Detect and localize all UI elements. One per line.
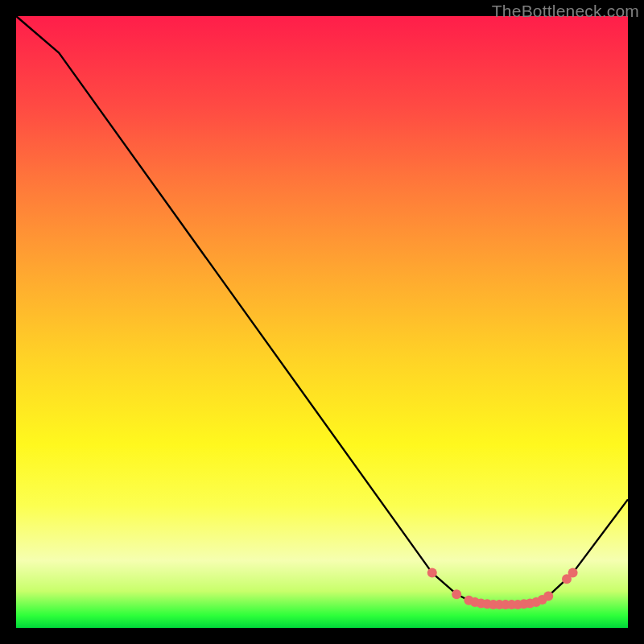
- marker-dot: [568, 568, 578, 578]
- marker-dot: [452, 589, 461, 599]
- marker-dot: [427, 568, 437, 578]
- curve-path: [16, 16, 628, 605]
- chart-svg: [16, 16, 628, 628]
- plot-area: [16, 16, 628, 628]
- chart-frame: TheBottleneck.com: [0, 0, 644, 644]
- marker-dot: [543, 591, 553, 601]
